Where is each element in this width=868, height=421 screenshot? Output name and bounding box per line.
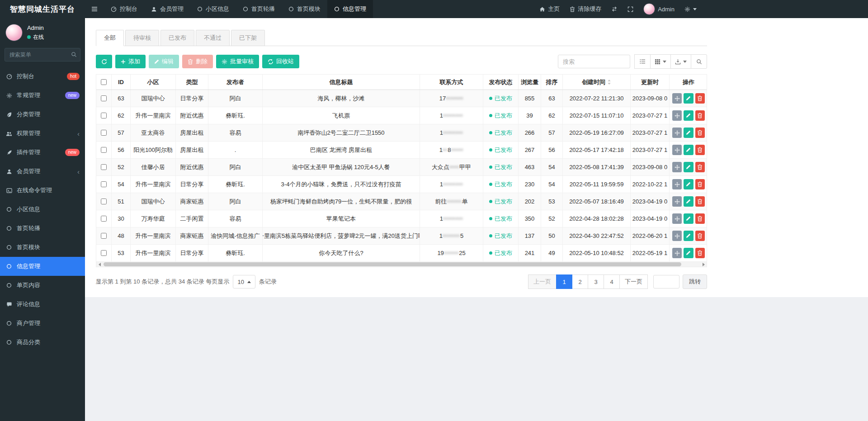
row-move-button[interactable] [672, 213, 682, 224]
scroll-right-arrow-icon[interactable] [700, 262, 707, 267]
hamburger-menu-icon[interactable] [85, 0, 104, 18]
admin-menu[interactable]: Admin [638, 0, 679, 18]
topnav-item[interactable]: 信息管理 [327, 0, 373, 18]
row-checkbox[interactable] [101, 181, 107, 187]
sidebar-item[interactable]: 权限管理‹ [0, 124, 85, 143]
clear-cache-button[interactable]: 清除缓存 [565, 0, 606, 18]
next-page-button[interactable]: 下一页 [619, 274, 648, 289]
add-button[interactable]: 添加 [115, 55, 146, 68]
row-move-button[interactable] [672, 162, 682, 172]
row-edit-button[interactable] [684, 179, 693, 189]
row-delete-button[interactable] [695, 162, 705, 172]
row-edit-button[interactable] [684, 93, 693, 104]
search-toggle-button[interactable] [691, 54, 707, 69]
row-checkbox[interactable] [101, 250, 107, 256]
sidebar-item[interactable]: 评论信息 [0, 295, 85, 314]
refresh-button[interactable] [96, 55, 112, 68]
jump-page-input[interactable] [653, 275, 679, 289]
row-move-button[interactable] [672, 93, 682, 104]
row-checkbox[interactable] [101, 95, 107, 101]
tab[interactable]: 不通过 [196, 30, 230, 46]
jump-button[interactable]: 跳转 [683, 274, 707, 289]
topnav-item[interactable]: 会员管理 [144, 0, 190, 18]
row-edit-button[interactable] [684, 145, 693, 155]
table-search-input[interactable] [558, 55, 630, 68]
select-all-checkbox[interactable] [101, 79, 107, 85]
row-checkbox[interactable] [101, 113, 107, 118]
row-delete-button[interactable] [695, 248, 705, 258]
tab[interactable]: 全部 [96, 30, 124, 46]
row-checkbox[interactable] [101, 164, 107, 170]
row-checkbox[interactable] [101, 233, 107, 239]
topnav-item[interactable]: 首页轮播 [236, 0, 282, 18]
sidebar-search-input[interactable] [5, 48, 80, 61]
row-delete-button[interactable] [695, 213, 705, 224]
row-edit-button[interactable] [684, 110, 693, 121]
sidebar-item[interactable]: 商户管理 [0, 314, 85, 333]
scrollbar-thumb[interactable] [104, 262, 681, 266]
page-number-button[interactable]: 2 [572, 274, 588, 289]
column-header[interactable]: 创建时间 [563, 75, 631, 90]
sidebar-item[interactable]: 单页内容 [0, 276, 85, 295]
tab[interactable]: 已下架 [231, 30, 265, 46]
row-delete-button[interactable] [695, 145, 705, 155]
sidebar-item[interactable]: 首页轮播 [0, 219, 85, 238]
row-checkbox[interactable] [101, 130, 107, 136]
row-edit-button[interactable] [684, 248, 693, 258]
row-delete-button[interactable] [695, 231, 705, 241]
recycle-bin-button[interactable]: 回收站 [262, 55, 299, 68]
sidebar-item[interactable]: 控制台hot [0, 67, 85, 86]
sidebar-item[interactable]: 会员管理‹ [0, 162, 85, 181]
row-edit-button[interactable] [684, 196, 693, 207]
row-edit-button[interactable] [684, 213, 693, 224]
horizontal-scrollbar[interactable] [96, 262, 707, 267]
sidebar-item[interactable]: 商品分类 [0, 333, 85, 352]
row-move-button[interactable] [672, 145, 682, 155]
row-move-button[interactable] [672, 248, 682, 258]
fullscreen-button[interactable] [623, 0, 638, 18]
settings-button[interactable] [679, 0, 702, 18]
tab[interactable]: 待审核 [125, 30, 159, 46]
page-size-select[interactable]: 10 [233, 275, 255, 289]
topnav-item[interactable]: 控制台 [104, 0, 144, 18]
row-delete-button[interactable] [695, 179, 705, 189]
row-delete-button[interactable] [695, 128, 705, 138]
row-checkbox[interactable] [101, 147, 107, 153]
page-number-button[interactable]: 4 [604, 274, 620, 289]
row-delete-button[interactable] [695, 196, 705, 207]
topnav-item[interactable]: 小区信息 [190, 0, 236, 18]
edit-button[interactable]: 编辑 [149, 55, 179, 68]
sidebar-item[interactable]: 小区信息 [0, 200, 85, 219]
sidebar-item[interactable]: 分类管理 [0, 105, 85, 124]
tab[interactable]: 已发布 [160, 30, 194, 46]
row-move-button[interactable] [672, 179, 682, 189]
home-button[interactable]: 主页 [534, 0, 565, 18]
row-checkbox[interactable] [101, 199, 107, 204]
sidebar-item[interactable]: 信息管理 [0, 257, 85, 276]
row-move-button[interactable] [672, 231, 682, 241]
row-checkbox[interactable] [101, 216, 107, 222]
row-edit-button[interactable] [684, 128, 693, 138]
topnav-item[interactable]: 首页模块 [282, 0, 327, 18]
batch-audit-button[interactable]: 批量审核 [216, 55, 259, 68]
switch-button[interactable] [606, 0, 623, 18]
sidebar-item[interactable]: 插件管理new [0, 143, 85, 162]
sidebar-item[interactable]: 首页模块 [0, 238, 85, 257]
export-button[interactable] [670, 54, 691, 69]
page-number-button[interactable]: 3 [588, 274, 604, 289]
row-move-button[interactable] [672, 128, 682, 138]
delete-button[interactable]: 删除 [182, 55, 213, 68]
sidebar-item[interactable]: 常规管理new [0, 86, 85, 105]
row-delete-button[interactable] [695, 93, 705, 104]
row-edit-button[interactable] [684, 162, 693, 172]
sidebar-item[interactable]: 在线命令管理 [0, 181, 85, 200]
row-move-button[interactable] [672, 110, 682, 121]
row-edit-button[interactable] [684, 231, 693, 241]
row-delete-button[interactable] [695, 110, 705, 121]
prev-page-button[interactable]: 上一页 [528, 274, 557, 289]
page-number-button[interactable]: 1 [556, 274, 572, 289]
row-move-button[interactable] [672, 196, 682, 207]
common-search-button[interactable] [634, 54, 651, 69]
scroll-left-arrow-icon[interactable] [96, 262, 103, 267]
columns-toggle-button[interactable] [650, 54, 671, 69]
